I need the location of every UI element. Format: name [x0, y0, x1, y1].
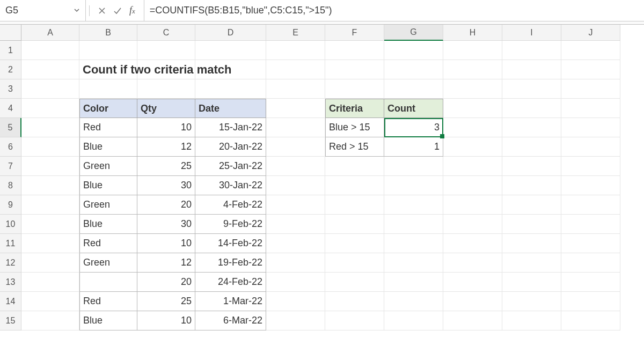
table-row[interactable]: 4-Feb-22 — [195, 195, 266, 215]
row-header-10[interactable]: 10 — [0, 215, 21, 234]
cell-A6[interactable] — [21, 137, 79, 157]
cell-A10[interactable] — [21, 215, 79, 234]
table-row[interactable]: 20 — [137, 195, 195, 215]
cell-A12[interactable] — [21, 253, 79, 273]
cell-G11[interactable] — [384, 234, 443, 253]
cell-I10[interactable] — [502, 215, 561, 234]
cell-H1[interactable] — [443, 41, 502, 60]
cell-H5[interactable] — [443, 118, 502, 137]
cell-J1[interactable] — [561, 41, 620, 60]
table-row[interactable]: 19-Feb-22 — [195, 253, 266, 273]
cell-F15[interactable] — [325, 311, 384, 330]
cell-F1[interactable] — [325, 41, 384, 60]
table-row[interactable]: 24-Feb-22 — [195, 273, 266, 292]
col-header-H[interactable]: H — [443, 25, 502, 41]
cell-E4[interactable] — [266, 99, 325, 118]
table2-header-criteria[interactable]: Criteria — [325, 99, 384, 118]
col-header-J[interactable]: J — [561, 25, 620, 41]
formula-input[interactable]: =COUNTIFS(B5:B15,"blue",C5:C15,">15") — [144, 0, 644, 21]
cell-D2[interactable] — [195, 60, 266, 79]
col-header-B[interactable]: B — [79, 25, 137, 41]
cell-I14[interactable] — [502, 292, 561, 311]
table-row[interactable]: Green — [79, 195, 137, 215]
cell-J4[interactable] — [561, 99, 620, 118]
row-header-9[interactable]: 9 — [0, 195, 21, 215]
cell-I4[interactable] — [502, 99, 561, 118]
cell-E6[interactable] — [266, 137, 325, 157]
cell-D1[interactable] — [195, 41, 266, 60]
cell-H4[interactable] — [443, 99, 502, 118]
cell-H12[interactable] — [443, 253, 502, 273]
cell-F9[interactable] — [325, 195, 384, 215]
cell-I15[interactable] — [502, 311, 561, 330]
cell-J10[interactable] — [561, 215, 620, 234]
cell-J12[interactable] — [561, 253, 620, 273]
cell-E1[interactable] — [266, 41, 325, 60]
selected-cell[interactable]: 3 — [384, 118, 443, 137]
cell-I3[interactable] — [502, 79, 561, 99]
cell-F7[interactable] — [325, 157, 384, 176]
cell-J11[interactable] — [561, 234, 620, 253]
cell-H6[interactable] — [443, 137, 502, 157]
cell-F8[interactable] — [325, 176, 384, 195]
row-header-2[interactable]: 2 — [0, 60, 21, 79]
cell-G10[interactable] — [384, 215, 443, 234]
table-row[interactable]: Red — [79, 292, 137, 311]
cell-E8[interactable] — [266, 176, 325, 195]
cell-J9[interactable] — [561, 195, 620, 215]
cell-D3[interactable] — [195, 79, 266, 99]
cancel-icon[interactable] — [98, 7, 106, 14]
cell-I8[interactable] — [502, 176, 561, 195]
cell-H10[interactable] — [443, 215, 502, 234]
cell-A15[interactable] — [21, 311, 79, 330]
table-row[interactable]: 30 — [137, 215, 195, 234]
cell-A3[interactable] — [21, 79, 79, 99]
table-row[interactable]: Red > 15 — [325, 137, 384, 157]
cell-G14[interactable] — [384, 292, 443, 311]
cell-A5[interactable] — [21, 118, 79, 137]
row-header-13[interactable]: 13 — [0, 273, 21, 292]
cell-E10[interactable] — [266, 215, 325, 234]
row-header-4[interactable]: 4 — [0, 99, 21, 118]
cell-H7[interactable] — [443, 157, 502, 176]
cell-A9[interactable] — [21, 195, 79, 215]
row-header-6[interactable]: 6 — [0, 137, 21, 157]
cell-G7[interactable] — [384, 157, 443, 176]
cell-G2[interactable] — [384, 60, 443, 79]
cell-I1[interactable] — [502, 41, 561, 60]
cell-F12[interactable] — [325, 253, 384, 273]
cell-E13[interactable] — [266, 273, 325, 292]
table-row[interactable]: Red — [79, 118, 137, 137]
cell-A2[interactable] — [21, 60, 79, 79]
row-header-14[interactable]: 14 — [0, 292, 21, 311]
table-row[interactable]: 10 — [137, 118, 195, 137]
row-header-5[interactable]: 5 — [0, 118, 21, 137]
table-row[interactable]: Blue — [79, 215, 137, 234]
table-row[interactable]: 25-Jan-22 — [195, 157, 266, 176]
table-row[interactable]: 12 — [137, 253, 195, 273]
col-header-I[interactable]: I — [502, 25, 561, 41]
cell-A8[interactable] — [21, 176, 79, 195]
cell-A1[interactable] — [21, 41, 79, 60]
cell-C3[interactable] — [137, 79, 195, 99]
name-box[interactable]: G5 — [0, 0, 86, 21]
col-header-D[interactable]: D — [195, 25, 266, 41]
table-row[interactable]: 9-Feb-22 — [195, 215, 266, 234]
cell-H11[interactable] — [443, 234, 502, 253]
table-row[interactable]: Blue — [79, 137, 137, 157]
cell-I9[interactable] — [502, 195, 561, 215]
cell-I7[interactable] — [502, 157, 561, 176]
cell-A11[interactable] — [21, 234, 79, 253]
cell-I2[interactable] — [502, 60, 561, 79]
cell-G15[interactable] — [384, 311, 443, 330]
cell-G8[interactable] — [384, 176, 443, 195]
cell-G13[interactable] — [384, 273, 443, 292]
cell-C1[interactable] — [137, 41, 195, 60]
cell-F10[interactable] — [325, 215, 384, 234]
col-header-G[interactable]: G — [384, 25, 443, 41]
row-header-1[interactable]: 1 — [0, 41, 21, 60]
cell-G9[interactable] — [384, 195, 443, 215]
table-row[interactable]: Blue — [79, 176, 137, 195]
cell-G1[interactable] — [384, 41, 443, 60]
cell-A7[interactable] — [21, 157, 79, 176]
